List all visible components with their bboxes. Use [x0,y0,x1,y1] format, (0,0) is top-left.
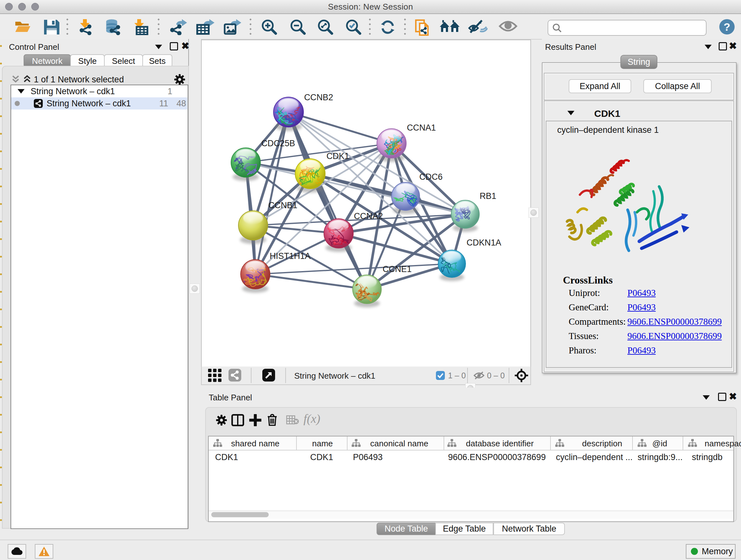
svg-text:CDC25B: CDC25B [261,138,295,148]
svg-text:CCNB2: CCNB2 [304,92,333,102]
svg-text:CCNB1: CCNB1 [268,200,297,210]
svg-text:CDC6: CDC6 [419,172,443,182]
svg-text:?: ? [724,21,731,33]
svg-text:CCNA2: CCNA2 [354,211,383,221]
svg-text:HIST1H1A: HIST1H1A [270,251,311,261]
svg-text:RB1: RB1 [480,191,496,201]
svg-text:CCNE1: CCNE1 [383,264,412,274]
svg-text:CDK1: CDK1 [327,151,349,161]
svg-text:CCNA1: CCNA1 [407,123,436,132]
svg-text:CDKN1A: CDKN1A [467,238,501,247]
